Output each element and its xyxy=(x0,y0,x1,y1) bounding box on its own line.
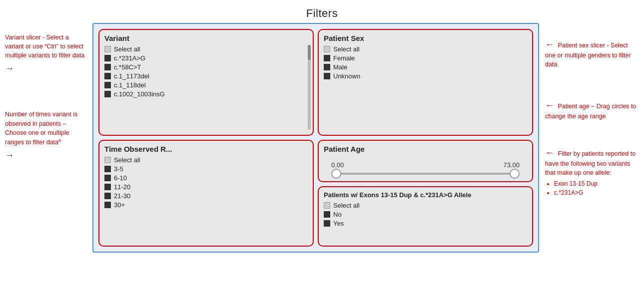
left-annotations: Variant slicer - Select a variant or use… xyxy=(5,23,92,162)
list-item[interactable]: 30+ xyxy=(104,201,308,209)
age-slider-track[interactable] xyxy=(336,173,515,175)
checkbox-male[interactable] xyxy=(324,64,330,70)
allele-bullet-list: Exon 13-15 Dup c.*231A>G xyxy=(545,179,639,197)
allele-annotation: ← Filter by patients reported to have th… xyxy=(545,146,639,197)
checkbox-variant-5[interactable] xyxy=(104,91,111,97)
variant-filter-box: Variant Select all c.*231A>G c.*58C>T c.… xyxy=(98,29,314,136)
age-slider-left-handle[interactable] xyxy=(331,169,341,179)
checkbox-female[interactable] xyxy=(324,55,330,61)
list-item[interactable]: c.*231A>G xyxy=(104,54,308,62)
age-slider-right-handle[interactable] xyxy=(510,169,520,179)
list-item[interactable]: 6-10 xyxy=(104,174,308,182)
scrollbar-thumb[interactable] xyxy=(308,45,311,60)
right-annotations: ← Patient sex slicer - Select one or mul… xyxy=(539,23,639,197)
list-item[interactable]: c.1_118del xyxy=(104,81,308,89)
patients-exons-list: Select all No Yes xyxy=(324,202,527,227)
list-item[interactable]: c.1_1173del xyxy=(104,72,308,80)
checkbox-variant-2[interactable] xyxy=(104,64,111,70)
list-item[interactable]: Select all xyxy=(324,202,527,209)
time-observed-title: Time Observed R... xyxy=(104,145,308,153)
checkbox-21-30[interactable] xyxy=(104,193,111,199)
list-item[interactable]: Yes xyxy=(324,220,527,227)
checkbox-select-all-sex[interactable] xyxy=(324,46,330,52)
sex-annotation: ← Patient sex slicer - Select one or mul… xyxy=(545,38,639,69)
patient-sex-filter-box: Patient Sex Select all Female Male Unkno… xyxy=(318,29,533,136)
patient-age-filter-box: Patient Age 0.00 73.00 xyxy=(318,140,533,182)
checkbox-select-all-time[interactable] xyxy=(104,157,111,163)
age-max-value: 73.00 xyxy=(503,161,520,169)
checkbox-11-20[interactable] xyxy=(104,184,111,190)
filters-area: Variant Select all c.*231A>G c.*58C>T c.… xyxy=(92,23,539,253)
list-item[interactable]: Unknown xyxy=(324,72,527,80)
checkbox-unknown[interactable] xyxy=(324,73,330,79)
list-item[interactable]: c.*58C>T xyxy=(104,63,308,71)
list-item[interactable]: Female xyxy=(324,54,527,62)
checkbox-30plus[interactable] xyxy=(104,202,111,208)
list-item[interactable]: 21-30 xyxy=(104,192,308,200)
age-min-value: 0.00 xyxy=(331,161,344,169)
time-observed-filter-box: Time Observed R... Select all 3-5 6-10 1… xyxy=(98,140,314,247)
bullet-item: c.*231A>G xyxy=(554,188,639,197)
checkbox-no[interactable] xyxy=(324,211,330,218)
patients-exons-title: Patients w/ Exons 13-15 Dup & c.*231A>G … xyxy=(324,191,527,199)
page-title: Filters xyxy=(0,0,644,23)
list-item[interactable]: Select all xyxy=(104,45,308,53)
variant-annotation: Variant slicer - Select a variant or use… xyxy=(5,33,87,75)
checkbox-variant-3[interactable] xyxy=(104,73,111,79)
list-item[interactable]: Male xyxy=(324,63,527,71)
list-item[interactable]: 11-20 xyxy=(104,183,308,191)
age-annotation: ← Patient age – Drag circles to change t… xyxy=(545,99,639,121)
checkbox-select-all-exons[interactable] xyxy=(324,202,330,209)
patient-sex-title: Patient Sex xyxy=(324,34,527,42)
checkbox-6-10[interactable] xyxy=(104,175,111,181)
checkbox-yes[interactable] xyxy=(324,220,330,227)
checkbox-select-all-variant[interactable] xyxy=(104,46,111,52)
list-item[interactable]: Select all xyxy=(104,156,308,164)
patient-age-title: Patient Age xyxy=(324,145,527,153)
list-item[interactable]: No xyxy=(324,211,527,218)
variant-list: Select all c.*231A>G c.*58C>T c.1_1173de… xyxy=(104,45,308,98)
variant-title: Variant xyxy=(104,34,308,42)
list-item[interactable]: Select all xyxy=(324,45,527,53)
bullet-item: Exon 13-15 Dup xyxy=(554,179,639,188)
age-values: 0.00 73.00 xyxy=(331,161,520,169)
checkbox-3-5[interactable] xyxy=(104,166,111,172)
checkbox-variant-1[interactable] xyxy=(104,55,111,61)
patients-exons-filter-box: Patients w/ Exons 13-15 Dup & c.*231A>G … xyxy=(318,186,533,247)
time-annotation: Number of times variant is observed in p… xyxy=(5,110,87,162)
time-observed-list: Select all 3-5 6-10 11-20 21-30 xyxy=(104,156,308,209)
checkbox-variant-4[interactable] xyxy=(104,82,111,88)
list-item[interactable]: 3-5 xyxy=(104,165,308,173)
scrollbar[interactable] xyxy=(308,45,311,130)
age-slider-fill xyxy=(336,173,515,175)
list-item[interactable]: c.1002_1003insG xyxy=(104,90,308,98)
age-slider-container: 0.00 73.00 xyxy=(324,156,527,177)
patient-sex-list: Select all Female Male Unknown xyxy=(324,45,527,80)
